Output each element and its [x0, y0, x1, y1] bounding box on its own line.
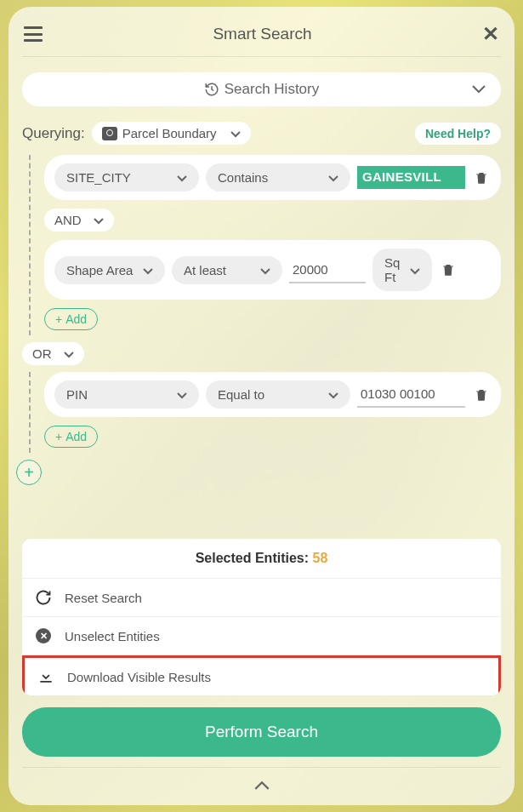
search-history-button[interactable]: Search History	[22, 72, 501, 106]
operator-selector[interactable]: Equal to	[206, 380, 350, 409]
close-circle-icon: ✕	[34, 626, 53, 645]
field-selector[interactable]: PIN	[54, 380, 199, 409]
layer-name: Parcel Boundary	[122, 126, 217, 140]
collapse-panel-button[interactable]	[22, 767, 501, 797]
add-group-button[interactable]: +	[16, 460, 42, 485]
delete-condition-button[interactable]	[472, 386, 491, 404]
value-input[interactable]	[357, 381, 465, 408]
entity-count: 58	[313, 551, 328, 565]
condition-row: PIN Equal to	[44, 372, 501, 417]
unit-selector[interactable]: Sq Ft	[372, 249, 432, 291]
chevron-down-icon	[230, 126, 241, 140]
download-visible-results-button[interactable]: Download Visible Results	[22, 655, 501, 695]
reset-search-button[interactable]: Reset Search	[22, 579, 501, 617]
plus-icon: +	[55, 312, 62, 326]
selected-entities-header: Selected Entities: 58	[22, 539, 501, 579]
layer-icon	[102, 127, 117, 140]
chevron-down-icon	[177, 387, 187, 402]
layer-selector[interactable]: Parcel Boundary	[92, 122, 251, 145]
group-logic-selector[interactable]: OR	[22, 342, 84, 365]
need-help-button[interactable]: Need Help?	[415, 123, 501, 145]
plus-icon: +	[55, 430, 62, 443]
refresh-icon	[34, 588, 53, 607]
add-condition-button[interactable]: + Add	[44, 308, 98, 330]
chevron-down-icon	[177, 170, 187, 185]
value-input[interactable]	[289, 257, 366, 283]
chevron-down-icon	[472, 82, 486, 97]
chevron-down-icon	[94, 213, 104, 227]
search-history-label: Search History	[204, 81, 319, 98]
smart-search-panel: Smart Search ✕ Search History Querying: …	[9, 7, 514, 805]
unselect-entities-button[interactable]: ✕ Unselect Entities	[22, 617, 501, 655]
field-selector[interactable]: SITE_CITY	[54, 163, 199, 192]
chevron-down-icon	[410, 263, 420, 277]
chevron-down-icon	[328, 387, 338, 402]
query-builder: SITE_CITY Contains GAINESVILL AND Shap	[22, 155, 501, 485]
querying-row: Querying: Parcel Boundary Need Help?	[22, 122, 501, 145]
panel-title: Smart Search	[213, 25, 311, 43]
delete-condition-button[interactable]	[472, 169, 491, 187]
condition-group-1: SITE_CITY Contains GAINESVILL AND Shap	[29, 155, 501, 335]
chevron-down-icon	[328, 170, 338, 185]
chevron-down-icon	[260, 263, 270, 277]
chevron-down-icon	[143, 263, 153, 277]
perform-search-button[interactable]: Perform Search	[22, 707, 501, 757]
field-selector[interactable]: Shape Area	[54, 256, 165, 284]
add-condition-button[interactable]: + Add	[44, 426, 98, 448]
chevron-up-icon	[254, 781, 270, 790]
panel-header: Smart Search ✕	[22, 20, 501, 56]
results-card: Selected Entities: 58 Reset Search ✕ Uns…	[22, 539, 501, 695]
divider	[22, 56, 501, 57]
operator-selector[interactable]: At least	[172, 256, 282, 284]
operator-selector[interactable]: Contains	[206, 163, 350, 192]
download-icon	[37, 667, 55, 686]
querying-label: Querying:	[22, 125, 85, 142]
logic-operator-selector[interactable]: AND	[44, 209, 114, 232]
condition-row: SITE_CITY Contains GAINESVILL	[44, 155, 501, 200]
menu-icon[interactable]	[24, 26, 43, 42]
delete-condition-button[interactable]	[439, 260, 458, 279]
condition-row: Shape Area At least Sq Ft	[44, 240, 501, 300]
close-icon[interactable]: ✕	[482, 24, 499, 44]
value-input[interactable]: GAINESVILL	[357, 166, 465, 189]
chevron-down-icon	[64, 346, 74, 361]
history-icon	[204, 82, 219, 97]
condition-group-2: PIN Equal to + Add	[29, 372, 501, 453]
